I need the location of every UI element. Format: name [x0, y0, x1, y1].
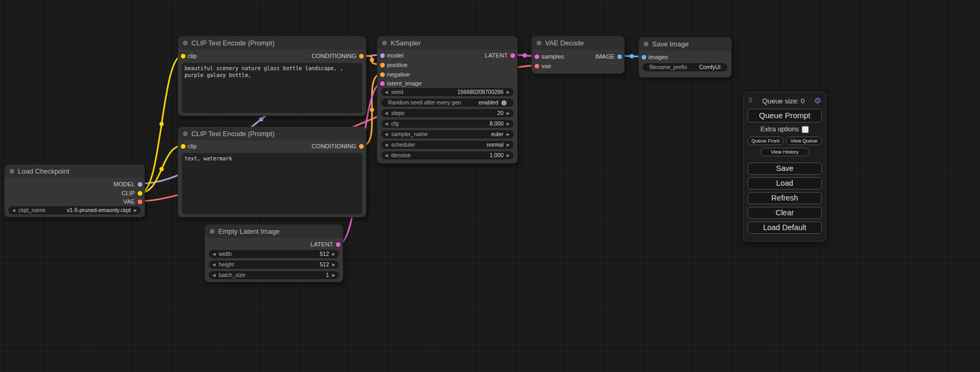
vae-input-port[interactable]	[535, 64, 539, 69]
width-widget[interactable]: ◀ width 512 ▶	[209, 250, 339, 258]
increment-arrow-icon[interactable]: ▶	[503, 131, 513, 138]
extra-options-checkbox[interactable]	[802, 126, 809, 133]
save-button[interactable]: Save	[748, 163, 822, 175]
scheduler-widget[interactable]: ◀ scheduler normal ▶	[381, 141, 513, 149]
toggle-knob[interactable]	[501, 100, 507, 106]
vae-output-port[interactable]	[138, 199, 142, 204]
link-midpoint-dot[interactable]	[370, 58, 374, 62]
view-queue-button[interactable]: View Queue	[786, 137, 822, 145]
link-midpoint-dot[interactable]	[370, 108, 374, 112]
link-midpoint-dot[interactable]	[630, 54, 634, 59]
view-history-button[interactable]: View History	[761, 148, 808, 156]
refresh-button[interactable]: Refresh	[748, 192, 822, 204]
queue-prompt-button[interactable]: Queue Prompt	[748, 109, 822, 122]
load-button[interactable]: Load	[748, 177, 822, 189]
link-wire-clip[interactable]	[141, 55, 182, 193]
slot-label: CONDITIONING	[312, 143, 356, 149]
node-load-checkpoint[interactable]: Load Checkpoint MODEL CLIP VAE ◀ ckpt_na…	[4, 164, 145, 217]
positive-input-port[interactable]	[380, 63, 385, 68]
clear-button[interactable]: Clear	[748, 207, 822, 219]
decrement-arrow-icon[interactable]: ◀	[382, 141, 391, 148]
node-title-bar[interactable]: Load Checkpoint	[5, 165, 144, 178]
cfg-widget[interactable]: ◀ cfg 8.000 ▶	[381, 120, 513, 128]
extra-options-row: Extra options	[748, 126, 822, 133]
collapse-dot[interactable]	[537, 41, 541, 45]
collapse-dot[interactable]	[210, 229, 215, 234]
load-default-button[interactable]: Load Default	[748, 222, 822, 234]
node-title: CLIP Text Encode (Prompt)	[191, 130, 275, 138]
widget-value: ComfyUI	[699, 64, 721, 71]
increment-arrow-icon[interactable]: ▶	[329, 272, 338, 279]
collapse-dot[interactable]	[183, 41, 188, 45]
collapse-dot[interactable]	[9, 169, 14, 174]
input-slot-vae: vae	[532, 62, 624, 70]
latent-output-port[interactable]	[336, 242, 341, 247]
node-clip-text-encode-negative[interactable]: CLIP Text Encode (Prompt) clip CONDITION…	[178, 127, 366, 217]
output-slot-model: MODEL	[5, 180, 144, 188]
ckpt-name-widget[interactable]: ◀ ckpt_name v1-5-pruned-emaonly.ckpt ▶	[8, 206, 141, 214]
node-title-bar[interactable]: Empty Latent Image	[205, 225, 343, 238]
clip-output-port[interactable]	[138, 191, 142, 196]
collapse-dot[interactable]	[644, 42, 648, 46]
link-midpoint-dot[interactable]	[523, 53, 527, 58]
image-output-port[interactable]	[617, 54, 622, 59]
denoise-widget[interactable]: ◀ denoise 1.000 ▶	[381, 151, 513, 159]
link-midpoint-dot[interactable]	[160, 122, 164, 126]
node-title-bar[interactable]: VAE Decode	[532, 36, 624, 50]
negative-input-port[interactable]	[380, 72, 385, 77]
latent-output-port[interactable]	[510, 53, 515, 58]
settings-gear-icon[interactable]: ⚙	[814, 96, 821, 106]
increment-arrow-icon[interactable]: ▶	[503, 120, 513, 127]
seed-widget[interactable]: ◀ seed 156680208700286 ▶	[381, 88, 513, 96]
queue-front-button[interactable]: Queue Front	[748, 137, 783, 145]
graph-canvas[interactable]: Load Checkpoint MODEL CLIP VAE ◀ ckpt_na…	[0, 0, 980, 372]
slot-label: CLIP	[121, 190, 135, 196]
node-ksampler[interactable]: KSampler model LATENT positive negative …	[377, 36, 518, 164]
conditioning-output-port[interactable]	[359, 54, 364, 59]
decrement-arrow-icon[interactable]: ◀	[209, 261, 219, 268]
latent-image-input-port[interactable]	[380, 81, 385, 86]
node-empty-latent-image[interactable]: Empty Latent Image LATENT ◀ width 512 ▶ …	[205, 224, 343, 282]
node-vae-decode[interactable]: VAE Decode samples IMAGE vae	[531, 36, 625, 74]
node-title-bar[interactable]: CLIP Text Encode (Prompt)	[178, 36, 366, 50]
model-output-port[interactable]	[138, 182, 142, 187]
collapse-dot[interactable]	[382, 41, 387, 45]
decrement-arrow-icon[interactable]: ◀	[209, 251, 219, 257]
sampler-name-widget[interactable]: ◀ sampler_name euler ▶	[381, 130, 513, 138]
conditioning-output-port[interactable]	[359, 144, 364, 149]
link-midpoint-dot[interactable]	[259, 117, 264, 121]
drag-handle-icon[interactable]: ⠿	[748, 97, 753, 104]
decrement-arrow-icon[interactable]: ◀	[9, 207, 18, 214]
decrement-arrow-icon[interactable]: ◀	[209, 272, 219, 279]
node-title-bar[interactable]: CLIP Text Encode (Prompt)	[178, 127, 366, 140]
increment-arrow-icon[interactable]: ▶	[503, 89, 513, 96]
increment-arrow-icon[interactable]: ▶	[131, 207, 140, 214]
decrement-arrow-icon[interactable]: ◀	[382, 120, 391, 127]
height-widget[interactable]: ◀ height 512 ▶	[209, 261, 339, 269]
widget-label: height	[219, 261, 234, 268]
node-title-bar[interactable]: Save Image	[639, 37, 731, 51]
images-input-port[interactable]	[642, 55, 646, 60]
decrement-arrow-icon[interactable]: ◀	[382, 152, 391, 159]
batch-size-widget[interactable]: ◀ batch_size 1 ▶	[209, 271, 339, 279]
link-wire-clip[interactable]	[141, 146, 182, 193]
random-seed-toggle-widget[interactable]: Random seed after every gen enabled	[381, 99, 513, 107]
steps-widget[interactable]: ◀ steps 20 ▶	[381, 109, 513, 117]
link-midpoint-dot[interactable]	[160, 167, 164, 171]
node-save-image[interactable]: Save Image images filename_prefix ComfyU…	[638, 37, 732, 78]
increment-arrow-icon[interactable]: ▶	[329, 251, 338, 257]
negative-prompt-text[interactable]: text, watermark	[182, 153, 362, 214]
increment-arrow-icon[interactable]: ▶	[503, 110, 513, 117]
increment-arrow-icon[interactable]: ▶	[503, 141, 513, 148]
decrement-arrow-icon[interactable]: ◀	[382, 110, 391, 117]
decrement-arrow-icon[interactable]: ◀	[382, 89, 391, 96]
increment-arrow-icon[interactable]: ▶	[503, 152, 513, 159]
output-slot-conditioning: CONDITIONING	[178, 142, 366, 150]
node-title-bar[interactable]: KSampler	[377, 36, 517, 50]
positive-prompt-text[interactable]: beautiful scenery nature glass bottle la…	[182, 63, 362, 113]
collapse-dot[interactable]	[183, 131, 188, 136]
node-clip-text-encode-positive[interactable]: CLIP Text Encode (Prompt) clip CONDITION…	[178, 36, 366, 116]
decrement-arrow-icon[interactable]: ◀	[382, 131, 391, 138]
increment-arrow-icon[interactable]: ▶	[329, 261, 338, 268]
filename-prefix-widget[interactable]: filename_prefix ComfyUI	[643, 63, 727, 71]
